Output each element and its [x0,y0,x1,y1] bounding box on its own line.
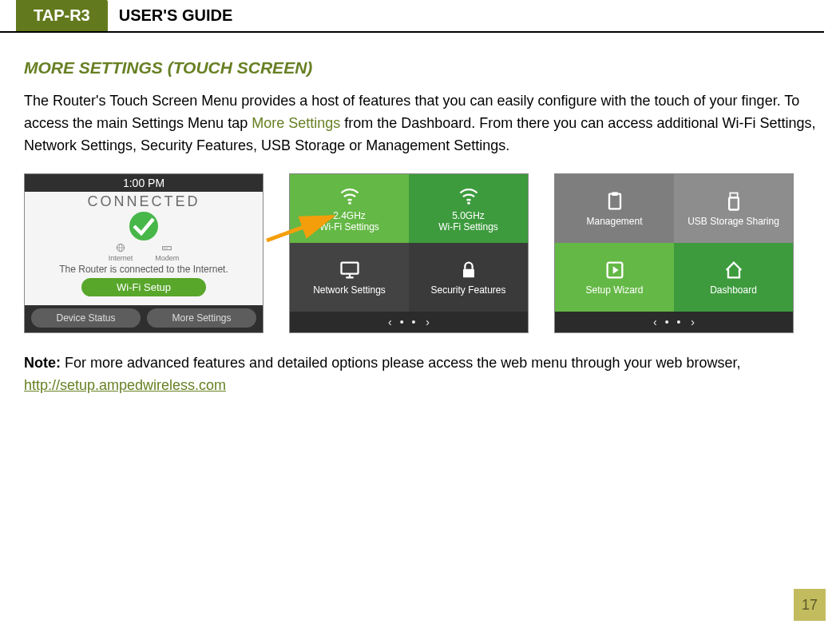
tile-label: USB Storage Sharing [687,216,779,227]
lock-icon [458,259,480,281]
check-icon [129,212,158,240]
nav-left-icon[interactable]: ‹ [653,316,657,328]
nav-right-icon[interactable]: › [426,316,430,328]
modem-label: Modem [155,254,179,262]
svg-rect-15 [729,197,739,209]
tile-label: Network Settings [313,284,386,296]
tile-label: 5.0GHz Wi-Fi Settings [438,210,498,233]
modem-icon [160,242,173,253]
nav-left-icon[interactable]: ‹ [388,316,392,328]
tile-label: 2.4GHz Wi-Fi Settings [319,210,379,233]
usb-icon [723,190,745,213]
dashboard-screenshot: 1:00 PM CONNECTED Internet Modem [24,173,263,333]
tile-setup-wizard[interactable]: Setup Wizard [555,243,674,312]
product-tab: TAP-R3 [16,0,108,31]
svg-point-5 [167,248,168,248]
tile-dashboard[interactable]: Dashboard [674,243,793,312]
nav-right-icon[interactable]: › [691,316,695,328]
svg-rect-13 [612,192,617,196]
svg-point-6 [348,201,351,205]
more-settings-inline: More Settings [252,115,340,131]
connected-label: CONNECTED [87,193,200,210]
nav-dots: • • [400,316,418,328]
internet-label: Internet [109,254,133,262]
settings-grid-screenshot-2: Management USB Storage Sharing Setup Wiz… [554,173,794,333]
tile-label: Security Features [430,284,505,296]
tile-label: Management [586,216,642,227]
more-settings-button[interactable]: More Settings [147,308,256,328]
wifi-icon [458,185,480,207]
svg-rect-8 [341,262,358,273]
home-icon [723,259,745,281]
svg-rect-12 [609,193,620,209]
network-icon [339,259,361,281]
device-status-button[interactable]: Device Status [31,308,141,328]
screenshots-row: 1:00 PM CONNECTED Internet Modem [24,173,816,333]
tile-label: Setup Wizard [585,284,643,296]
tile-management[interactable]: Management [555,174,674,243]
page-header: TAP-R3 USER'S GUIDE [0,0,824,33]
nav-dots: • • [665,316,683,328]
svg-point-7 [467,201,470,205]
clipboard-icon [604,190,626,213]
wifi-setup-button[interactable]: Wi-Fi Setup [81,278,206,296]
note-label: Note: [24,355,61,371]
svg-rect-11 [463,269,474,278]
play-icon [604,259,626,281]
section-title: MORE SETTINGS (TOUCH SCREEN) [24,58,816,78]
note-text: For more advanced features and detailed … [61,355,741,371]
page-number: 17 [794,589,826,621]
connected-message: The Router is connected to the Internet. [59,264,228,275]
intro-paragraph: The Router's Touch Screen Menu provides … [24,90,816,157]
guide-title: USER'S GUIDE [108,0,244,31]
settings-grid-screenshot-1: 2.4GHz Wi-Fi Settings 5.0GHz Wi-Fi Setti… [289,173,529,333]
svg-point-4 [164,248,165,248]
tile-security-features[interactable]: Security Features [409,243,528,312]
tile-usb-storage[interactable]: USB Storage Sharing [674,174,793,243]
globe-icon [114,242,127,253]
setup-url-link[interactable]: http://setup.ampedwireless.com [24,377,226,393]
tile-5ghz-wifi[interactable]: 5.0GHz Wi-Fi Settings [409,174,528,243]
statusbar-time: 1:00 PM [25,174,263,192]
tile-label: Dashboard [710,284,757,296]
note-paragraph: Note: For more advanced features and det… [24,352,816,397]
tile-network-settings[interactable]: Network Settings [290,243,409,312]
wifi-icon [339,185,361,207]
tile-24ghz-wifi[interactable]: 2.4GHz Wi-Fi Settings [290,174,409,243]
